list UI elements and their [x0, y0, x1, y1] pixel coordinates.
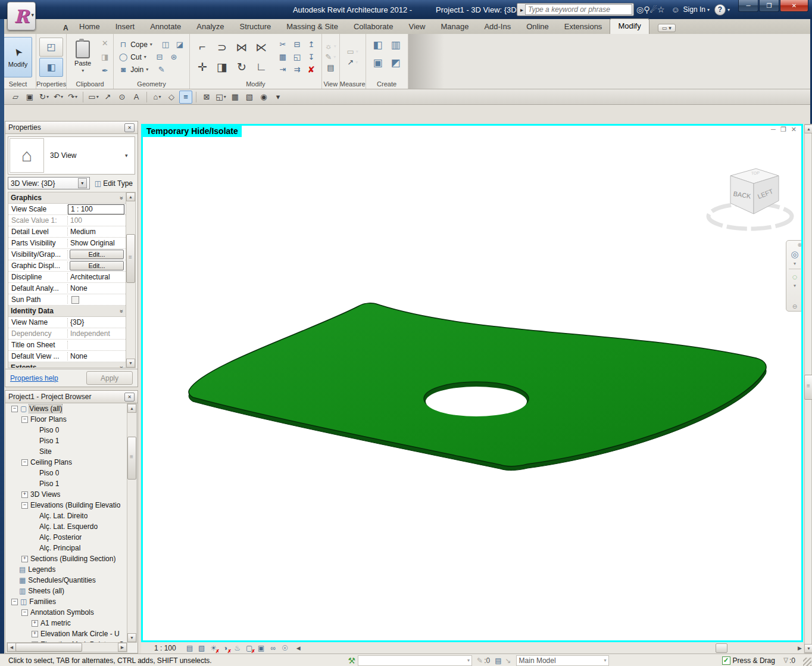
property-value[interactable]: 100 [68, 216, 126, 225]
properties-help-link[interactable]: Properties help [10, 374, 58, 382]
unjoin-icon[interactable]: ⊛ [169, 52, 179, 61]
match-type-icon[interactable]: ✒ [99, 66, 110, 76]
measure-icon[interactable]: ▭ [87, 91, 100, 104]
detail-level-icon[interactable]: ▤ [185, 643, 195, 653]
tree-item-ceiling-plans[interactable]: −Ceiling Plans [7, 457, 127, 468]
tree-hscroll-thumb[interactable] [15, 643, 82, 652]
panel-label-properties[interactable]: Properties [36, 80, 66, 89]
expand-icon[interactable]: + [21, 556, 28, 562]
collapse-icon[interactable]: − [21, 416, 28, 423]
create-parts-icon[interactable]: ▥ [387, 39, 405, 51]
measure-ruler-icon[interactable]: ▭ [347, 47, 354, 56]
copy-icon[interactable]: ◨ [99, 52, 110, 63]
active-workset-combo[interactable]: ▾ [358, 655, 472, 666]
switch-windows-icon[interactable]: ◱ [214, 91, 227, 104]
tree-vertical-scrollbar[interactable]: ▲ ▼ [127, 403, 137, 643]
tree-item-piso-1[interactable]: Piso 1 [7, 435, 127, 446]
surface-hole[interactable] [426, 387, 527, 416]
create-assembly-icon[interactable]: ◧ [369, 39, 387, 51]
tree-scroll-up-icon[interactable]: ▲ [127, 404, 136, 413]
tree-item-a1-metric[interactable]: +A1 metric [7, 618, 127, 628]
tree-item-sections-building-section[interactable]: +Sections (Building Section) [7, 553, 127, 564]
tree-item-site[interactable]: Site [7, 446, 127, 457]
expand-icon[interactable]: + [32, 631, 38, 637]
vscroll-thumb[interactable] [804, 375, 812, 400]
unpin-icon[interactable]: ↥ [304, 38, 318, 51]
tree-scroll-down-icon[interactable]: ▼ [127, 633, 136, 642]
customize-qat-icon[interactable]: ▾ [271, 91, 285, 104]
trim-extend-corner-icon[interactable]: ∟ [252, 57, 271, 76]
property-value[interactable]: None [68, 284, 126, 292]
rotate-icon[interactable]: ↻ [232, 57, 251, 76]
copy-icon[interactable]: ◨ [213, 57, 232, 76]
expand-icon[interactable]: + [32, 620, 38, 627]
tab-extensions[interactable]: Extensions [557, 20, 610, 34]
pin-icon[interactable]: ↧ [304, 51, 318, 63]
press-drag-checkbox[interactable]: ✓ [722, 656, 730, 665]
collapse-icon[interactable]: − [11, 599, 18, 605]
text-icon[interactable]: A [130, 91, 143, 104]
steering-wheel-dropdown-icon[interactable]: ▾ [794, 261, 796, 266]
tab-structure[interactable]: Structure [232, 20, 279, 34]
collapse-icon[interactable]: − [21, 459, 28, 466]
paint-icon[interactable]: ✎ [157, 65, 166, 74]
apply-button[interactable]: Apply [86, 371, 133, 385]
scroll-up-icon[interactable]: ▲ [126, 192, 135, 201]
tab-manage[interactable]: Manage [433, 20, 476, 34]
property-edit-button[interactable]: Edit... [70, 261, 124, 270]
editing-requests-icon[interactable]: ▤ [495, 656, 501, 665]
drawing-vertical-scrollbar[interactable]: ▲ ▼ [804, 124, 812, 653]
panel-label-view[interactable]: View [322, 80, 339, 89]
tree-item-al-lat-esquerdo[interactable]: Alç. Lat. Esquerdo [7, 521, 127, 532]
scale-icon[interactable]: ◱ [290, 51, 304, 63]
tree-item-views-all[interactable]: −▢Views (all) [7, 403, 127, 414]
panel-label-geometry[interactable]: Geometry [114, 80, 189, 89]
tab-add-ins[interactable]: Add-Ins [476, 20, 519, 34]
tree-item-annotation-symbols[interactable]: −Annotation Symbols [7, 607, 127, 618]
property-value[interactable]: {3D} [68, 318, 126, 326]
tree-item-elevation-mark-circle-u[interactable]: +Elevation Mark Circle - U [7, 628, 127, 639]
tree-item-legends[interactable]: ▤Legends [7, 564, 127, 575]
hscroll-right-icon[interactable]: ▶ [798, 645, 802, 651]
collapse-icon[interactable]: − [21, 609, 28, 616]
properties-scrollbar[interactable]: ▲ ▼ [126, 192, 136, 368]
cope-button[interactable]: ⊓ Cope▾ ◫ ◪ [118, 39, 185, 51]
worksets-icon[interactable]: ⚒ [348, 656, 356, 665]
tree-item-piso-1[interactable]: Piso 1 [7, 478, 127, 489]
zoom-dropdown-icon[interactable]: ▾ [794, 283, 796, 288]
edit-type-button[interactable]: ◫ Edit Type [92, 178, 135, 189]
expand-icon[interactable]: + [21, 491, 28, 498]
tab-online[interactable]: Online [519, 20, 557, 34]
property-value[interactable]: Architectural [68, 273, 126, 281]
scroll-down-icon[interactable]: ▼ [126, 359, 135, 368]
hscroll-left-icon[interactable]: ◀ [296, 645, 301, 651]
sheet-issues-icon[interactable]: ▧ [243, 91, 256, 104]
hscroll-thumb[interactable] [716, 643, 727, 653]
search-input[interactable] [525, 4, 632, 15]
tree-item-piso-0[interactable]: Piso 0 [7, 425, 127, 435]
panel-label-clipboard[interactable]: Clipboard [67, 80, 113, 89]
paste-button[interactable]: Paste ▾ [70, 38, 96, 77]
workset-dropdown-icon[interactable]: ▾ [466, 658, 471, 663]
undo-icon[interactable]: ↶ [52, 91, 65, 104]
tag-by-category-icon[interactable]: ⊙ [115, 91, 129, 104]
search-icon[interactable]: ◎ [636, 5, 644, 14]
join-geometry-button[interactable]: ◙ Join▾ ✎ [118, 64, 166, 76]
property-value[interactable]: Show Original [68, 239, 126, 247]
tree-item-piso-0[interactable]: Piso 0 [7, 468, 127, 478]
sun-path-icon[interactable]: ☀ [208, 643, 219, 653]
temporary-hide-isolate-icon[interactable]: ∞ [268, 643, 279, 653]
cut-geometry-button[interactable]: ◯ Cut▾ ⊟ ⊛ [118, 51, 179, 63]
tab-annotate[interactable]: Annotate [142, 20, 189, 34]
view-restore-icon[interactable]: ❐ [780, 126, 786, 133]
default-3d-view-icon[interactable]: ⌂ [151, 91, 164, 104]
visual-style-icon[interactable]: ▧ [196, 643, 207, 653]
ribbon-state-toggle[interactable]: ▭▾ [658, 24, 676, 32]
type-properties-button[interactable]: ◰ [39, 38, 63, 57]
property-checkbox[interactable] [71, 296, 79, 304]
tab-insert[interactable]: Insert [108, 20, 143, 34]
favorites-icon[interactable]: ☆ [657, 5, 665, 14]
tree-item-schedules-quantities[interactable]: ▦Schedules/Quantities [7, 575, 127, 586]
crop-region-visibility-icon[interactable]: ▣ [256, 643, 267, 653]
tab-collaborate[interactable]: Collaborate [346, 20, 401, 34]
